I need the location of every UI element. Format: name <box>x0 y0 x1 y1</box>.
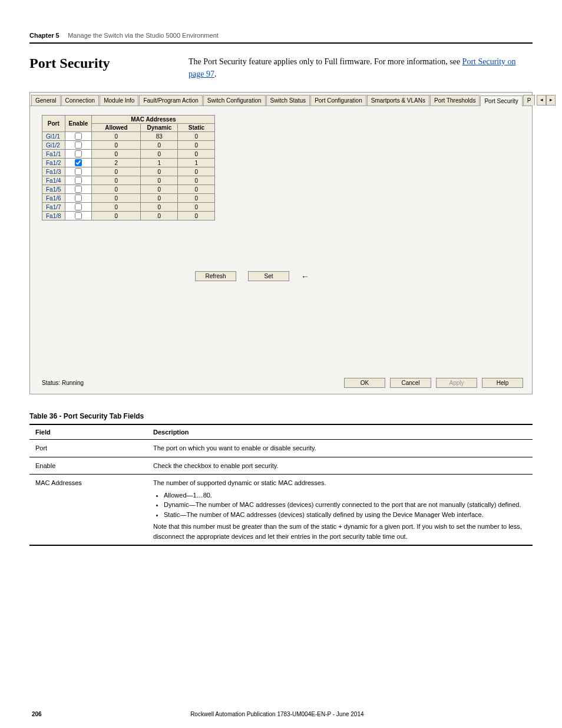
enable-checkbox[interactable] <box>75 195 82 202</box>
port-cell: Fa1/8 <box>42 212 65 220</box>
tab-switch-status[interactable]: Switch Status <box>266 95 310 106</box>
bullet: Static—The number of MAC addresses (devi… <box>164 510 527 520</box>
apply-button[interactable]: Apply <box>436 378 477 388</box>
allowed-cell[interactable]: 0 <box>92 185 141 194</box>
tab-scroll-left-icon[interactable]: ◂ <box>537 95 546 106</box>
desc-value: The port on which you want to enable or … <box>147 440 533 457</box>
port-cell: Gi1/1 <box>42 132 65 141</box>
chapter-number: Chapter 5 <box>29 32 59 39</box>
desc-col-field: Field <box>29 424 147 440</box>
description-table: Field Description Port The port on which… <box>29 424 533 546</box>
mac-note: Note that this number must be greater th… <box>153 522 527 541</box>
enable-checkbox[interactable] <box>75 150 82 157</box>
allowed-cell[interactable]: 0 <box>92 203 141 212</box>
enable-cell <box>65 141 92 150</box>
allowed-cell[interactable]: 0 <box>92 141 141 150</box>
enable-checkbox[interactable] <box>75 133 82 140</box>
allowed-cell[interactable]: 0 <box>92 212 141 220</box>
static-cell: 0 <box>178 185 215 194</box>
port-cell: Fa1/1 <box>42 150 65 159</box>
table-caption: Table 36 - Port Security Tab Fields <box>29 412 533 420</box>
mac-intro: The number of supported dynamic or stati… <box>153 478 527 488</box>
table-row: Fa1/2211 <box>42 159 215 167</box>
static-cell: 0 <box>178 203 215 212</box>
enable-checkbox[interactable] <box>75 159 82 166</box>
enable-checkbox[interactable] <box>75 177 82 184</box>
table-row: Fa1/1000 <box>42 150 215 159</box>
col-static: Static <box>178 124 215 132</box>
enable-cell <box>65 203 92 212</box>
table-row: Fa1/4000 <box>42 176 215 185</box>
allowed-cell[interactable]: 0 <box>92 132 141 141</box>
port-cell: Fa1/3 <box>42 167 65 176</box>
page-number: 206 <box>32 711 42 717</box>
refresh-button[interactable]: Refresh <box>195 271 236 281</box>
tab-thresholds[interactable]: Port Thresholds <box>430 95 480 106</box>
status-label: Status: Running <box>42 380 84 386</box>
port-cell: Fa1/2 <box>42 159 65 167</box>
port-cell: Gi1/2 <box>42 141 65 150</box>
enable-cell <box>65 150 92 159</box>
dynamic-cell: 1 <box>141 159 178 167</box>
arrow-left-icon: ← <box>301 272 309 281</box>
tab-scroll-right-icon[interactable]: ▸ <box>546 95 556 106</box>
allowed-cell[interactable]: 0 <box>92 150 141 159</box>
ok-button[interactable]: OK <box>344 378 385 388</box>
enable-cell <box>65 185 92 194</box>
desc-value: Check the checkbox to enable port securi… <box>147 457 533 475</box>
dynamic-cell: 0 <box>141 185 178 194</box>
table-row: Fa1/7000 <box>42 203 215 212</box>
tab-module-info[interactable]: Module Info <box>100 95 138 106</box>
col-dynamic: Dynamic <box>141 124 178 132</box>
intro-text-post: . <box>214 70 217 78</box>
intro-section: Port Security The Port Security feature … <box>29 55 533 80</box>
static-cell: 0 <box>178 141 215 150</box>
port-cell: Fa1/6 <box>42 194 65 203</box>
action-row: Refresh Set ← <box>195 271 309 281</box>
section-title: Port Security <box>29 55 189 80</box>
col-enable: Enable <box>65 116 92 132</box>
set-button[interactable]: Set <box>248 271 289 281</box>
enable-cell <box>65 132 92 141</box>
tab-fault[interactable]: Fault/Program Action <box>139 95 202 106</box>
enable-checkbox[interactable] <box>75 168 82 175</box>
dynamic-cell: 0 <box>141 176 178 185</box>
dynamic-cell: 0 <box>141 212 178 220</box>
port-cell: Fa1/7 <box>42 203 65 212</box>
tab-port-security[interactable]: Port Security <box>480 95 522 106</box>
table-row: Fa1/3000 <box>42 167 215 176</box>
tab-partial[interactable]: P <box>523 95 535 106</box>
allowed-cell[interactable]: 0 <box>92 194 141 203</box>
intro-body: The Port Security feature applies only t… <box>189 55 533 80</box>
dynamic-cell: 0 <box>141 203 178 212</box>
allowed-cell[interactable]: 0 <box>92 176 141 185</box>
tab-port-config[interactable]: Port Configuration <box>310 95 366 106</box>
static-cell: 0 <box>178 176 215 185</box>
tab-connection[interactable]: Connection <box>61 95 100 106</box>
allowed-cell[interactable]: 0 <box>92 167 141 176</box>
page-footer: 206 Rockwell Automation Publication 1783… <box>29 711 533 717</box>
help-button[interactable]: Help <box>482 378 523 388</box>
tab-switch-config[interactable]: Switch Configuration <box>203 95 266 106</box>
cancel-button[interactable]: Cancel <box>390 378 431 388</box>
tab-strip: General Connection Module Info Fault/Pro… <box>30 93 532 106</box>
dynamic-cell: 83 <box>141 132 178 141</box>
dynamic-cell: 0 <box>141 150 178 159</box>
dialog-footer: Status: Running OK Cancel Apply Help <box>30 374 532 394</box>
tab-general[interactable]: General <box>31 95 61 106</box>
chapter-title: Manage the Switch via the Studio 5000 En… <box>68 32 219 39</box>
static-cell: 0 <box>178 212 215 220</box>
enable-checkbox[interactable] <box>75 186 82 193</box>
enable-checkbox[interactable] <box>75 212 82 219</box>
desc-col-desc: Description <box>147 424 533 440</box>
enable-checkbox[interactable] <box>75 203 82 210</box>
allowed-cell[interactable]: 2 <box>92 159 141 167</box>
tab-smartports[interactable]: Smartports & VLANs <box>367 95 429 106</box>
enable-checkbox[interactable] <box>75 141 82 149</box>
intro-text-pre: The Port Security feature applies only t… <box>189 57 462 66</box>
col-allowed: Allowed <box>92 124 141 132</box>
static-cell: 1 <box>178 159 215 167</box>
dialog-window: General Connection Module Info Fault/Pro… <box>29 92 533 394</box>
desc-field: MAC Addresses <box>29 475 147 546</box>
table-row: Fa1/5000 <box>42 185 215 194</box>
